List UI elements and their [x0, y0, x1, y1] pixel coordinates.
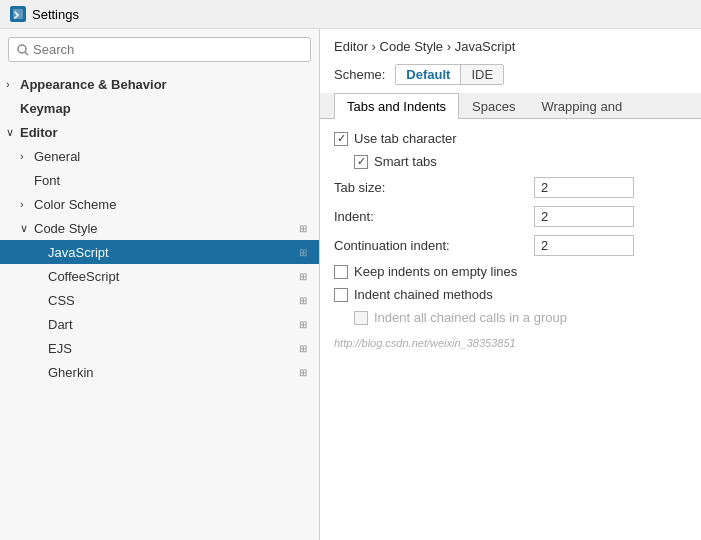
title-bar: Settings — [0, 0, 701, 29]
indent-all-chained-label: Indent all chained calls in a group — [374, 310, 567, 325]
continuation-indent-label: Continuation indent: — [334, 238, 534, 253]
sidebar: › Appearance & Behavior Keymap ∨ Editor … — [0, 29, 320, 540]
sidebar-item-css[interactable]: CSS ⊞ — [0, 288, 319, 312]
scheme-tab-ide[interactable]: IDE — [461, 65, 503, 84]
tab-bar: Tabs and Indents Spaces Wrapping and — [320, 93, 701, 119]
search-box[interactable] — [8, 37, 311, 62]
sidebar-label-keymap: Keymap — [20, 101, 313, 116]
gherkin-icon: ⊞ — [299, 367, 313, 378]
search-icon — [17, 44, 29, 56]
smart-tabs-row: Smart tabs — [334, 154, 687, 169]
tab-size-label: Tab size: — [334, 180, 534, 195]
sidebar-label-color-scheme: Color Scheme — [34, 197, 313, 212]
indent-chained-row: Indent chained methods — [334, 287, 687, 302]
sidebar-item-editor[interactable]: ∨ Editor — [0, 120, 319, 144]
code-style-icon: ⊞ — [299, 223, 313, 234]
sidebar-item-general[interactable]: › General — [0, 144, 319, 168]
keep-indents-row: Keep indents on empty lines — [334, 264, 687, 279]
sidebar-item-dart[interactable]: Dart ⊞ — [0, 312, 319, 336]
ejs-icon: ⊞ — [299, 343, 313, 354]
watermark: http://blog.csdn.net/weixin_38353851 — [334, 333, 687, 349]
keep-indents-label: Keep indents on empty lines — [354, 264, 517, 279]
sidebar-item-code-style[interactable]: ∨ Code Style ⊞ — [0, 216, 319, 240]
search-input[interactable] — [33, 42, 302, 57]
sidebar-tree: › Appearance & Behavior Keymap ∨ Editor … — [0, 70, 319, 540]
right-panel: Editor › Code Style › JavaScript Scheme:… — [320, 29, 701, 540]
scheme-tab-default[interactable]: Default — [396, 65, 461, 84]
sidebar-item-color-scheme[interactable]: › Color Scheme — [0, 192, 319, 216]
sidebar-item-font[interactable]: Font — [0, 168, 319, 192]
tab-size-input[interactable] — [534, 177, 634, 198]
sidebar-label-font: Font — [34, 173, 313, 188]
sidebar-item-keymap[interactable]: Keymap — [0, 96, 319, 120]
expand-arrow-code-style: ∨ — [20, 222, 34, 235]
sidebar-label-dart: Dart — [48, 317, 299, 332]
sidebar-label-code-style: Code Style — [34, 221, 299, 236]
sidebar-item-gherkin[interactable]: Gherkin ⊞ — [0, 360, 319, 384]
tab-tabs-and-indents[interactable]: Tabs and Indents — [334, 93, 459, 119]
tab-wrapping[interactable]: Wrapping and — [528, 93, 635, 119]
svg-line-2 — [25, 52, 28, 55]
tab-size-row: Tab size: — [334, 177, 687, 198]
expand-arrow: › — [6, 78, 20, 90]
sidebar-label-css: CSS — [48, 293, 299, 308]
smart-tabs-label: Smart tabs — [374, 154, 437, 169]
scheme-tabs: Default IDE — [395, 64, 504, 85]
css-icon: ⊞ — [299, 295, 313, 306]
sidebar-label-javascript: JavaScript — [48, 245, 299, 260]
continuation-indent-row: Continuation indent: — [334, 235, 687, 256]
indent-all-chained-checkbox — [354, 311, 368, 325]
coffeescript-icon: ⊞ — [299, 271, 313, 282]
use-tab-character-checkbox[interactable] — [334, 132, 348, 146]
sidebar-item-ejs[interactable]: EJS ⊞ — [0, 336, 319, 360]
keep-indents-checkbox[interactable] — [334, 265, 348, 279]
javascript-icon: ⊞ — [299, 247, 313, 258]
indent-chained-label: Indent chained methods — [354, 287, 493, 302]
use-tab-character-label: Use tab character — [354, 131, 457, 146]
expand-arrow-editor: ∨ — [6, 126, 20, 139]
expand-arrow-general: › — [20, 150, 34, 162]
breadcrumb: Editor › Code Style › JavaScript — [320, 29, 701, 60]
sidebar-item-javascript[interactable]: JavaScript ⊞ — [0, 240, 319, 264]
indent-chained-checkbox[interactable] — [334, 288, 348, 302]
main-content: › Appearance & Behavior Keymap ∨ Editor … — [0, 29, 701, 540]
indent-all-chained-row: Indent all chained calls in a group — [334, 310, 687, 325]
sidebar-label-gherkin: Gherkin — [48, 365, 299, 380]
smart-tabs-checkbox[interactable] — [354, 155, 368, 169]
indent-input[interactable] — [534, 206, 634, 227]
sidebar-label-ejs: EJS — [48, 341, 299, 356]
dart-icon: ⊞ — [299, 319, 313, 330]
indent-row: Indent: — [334, 206, 687, 227]
scheme-row: Scheme: Default IDE — [320, 60, 701, 93]
use-tab-character-row: Use tab character — [334, 131, 687, 146]
window-title: Settings — [32, 7, 79, 22]
tab-spaces[interactable]: Spaces — [459, 93, 528, 119]
sidebar-item-appearance[interactable]: › Appearance & Behavior — [0, 72, 319, 96]
sidebar-label-general: General — [34, 149, 313, 164]
scheme-label: Scheme: — [334, 67, 385, 82]
svg-point-1 — [18, 45, 26, 53]
indent-label: Indent: — [334, 209, 534, 224]
continuation-indent-input[interactable] — [534, 235, 634, 256]
sidebar-label-editor: Editor — [20, 125, 313, 140]
tab-content: Use tab character Smart tabs Tab size: I… — [320, 119, 701, 540]
app-icon — [10, 6, 26, 22]
sidebar-label-coffeescript: CoffeeScript — [48, 269, 299, 284]
sidebar-label-appearance: Appearance & Behavior — [20, 77, 313, 92]
expand-arrow-color: › — [20, 198, 34, 210]
sidebar-item-coffeescript[interactable]: CoffeeScript ⊞ — [0, 264, 319, 288]
